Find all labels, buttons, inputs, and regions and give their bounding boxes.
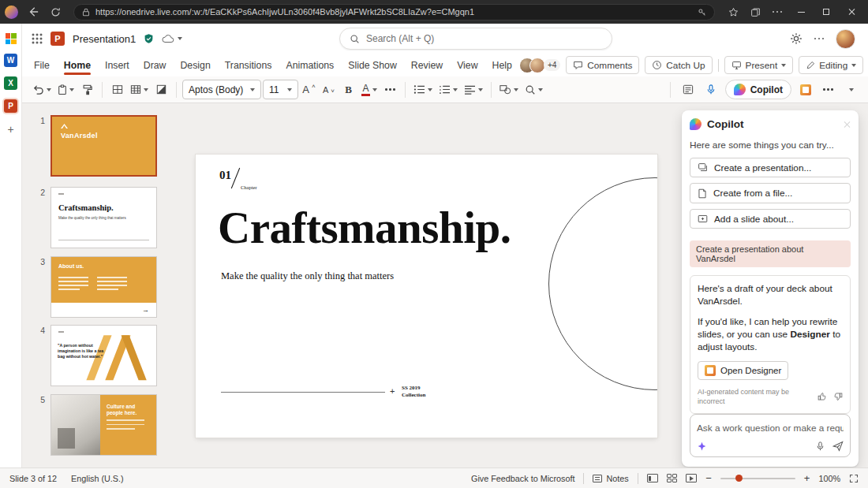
bold-button[interactable]: B bbox=[339, 80, 357, 99]
refresh-icon[interactable] bbox=[45, 2, 65, 21]
shapes-button[interactable] bbox=[497, 80, 521, 99]
minimize-icon[interactable] bbox=[789, 0, 813, 24]
numbering-button[interactable] bbox=[436, 80, 460, 99]
grow-font-button[interactable]: A˄ bbox=[300, 80, 318, 99]
align-button[interactable] bbox=[462, 80, 485, 99]
powerpoint-icon[interactable]: P bbox=[4, 99, 17, 113]
favorites-icon[interactable] bbox=[723, 2, 743, 21]
designer-button[interactable] bbox=[796, 80, 814, 99]
slide-sorter-view-icon[interactable] bbox=[667, 474, 678, 482]
slide-thumbnail-3[interactable]: About us. → bbox=[51, 256, 157, 318]
search-bar[interactable] bbox=[339, 28, 612, 50]
find-button[interactable] bbox=[522, 80, 545, 99]
bullets-button[interactable] bbox=[411, 80, 435, 99]
add-slide-button[interactable]: Add a slide about... bbox=[690, 209, 851, 229]
waffle-icon[interactable] bbox=[32, 33, 43, 44]
word-icon[interactable]: W bbox=[4, 54, 17, 67]
send-icon[interactable] bbox=[832, 441, 844, 452]
menu-animations[interactable]: Animations bbox=[279, 54, 341, 76]
slide-thumbnail-4[interactable]: "A person without imagination is like a … bbox=[51, 325, 157, 386]
menu-insert[interactable]: Insert bbox=[98, 54, 137, 76]
copilot-button[interactable]: Copilot bbox=[725, 80, 791, 99]
sensitivity-shield-icon[interactable] bbox=[144, 33, 154, 44]
sparkle-icon[interactable] bbox=[697, 441, 707, 452]
zoom-slider-knob[interactable] bbox=[735, 475, 743, 482]
menu-review[interactable]: Review bbox=[404, 54, 450, 76]
zoom-out-button[interactable]: − bbox=[705, 472, 712, 484]
mic-icon[interactable] bbox=[816, 441, 825, 452]
slide-subtitle[interactable]: Make the quality the only thing that mat… bbox=[221, 270, 394, 282]
url-bar[interactable]: https://onedrive.live.com/:w:/t/EaCKkPs6… bbox=[73, 4, 715, 20]
notes-button[interactable]: Notes bbox=[593, 474, 628, 483]
present-button[interactable]: Present bbox=[724, 56, 794, 74]
zoom-level[interactable]: 100% bbox=[818, 474, 840, 483]
font-more-button[interactable] bbox=[381, 80, 399, 99]
table-button[interactable] bbox=[128, 80, 151, 99]
footer-text-line1[interactable]: SS 2019 bbox=[402, 385, 421, 391]
slide-title[interactable]: Craftsmanship. bbox=[218, 202, 511, 253]
editing-mode-button[interactable]: Editing bbox=[799, 56, 863, 74]
close-pane-icon[interactable] bbox=[843, 121, 851, 129]
dictate-button[interactable] bbox=[702, 80, 720, 99]
fit-to-window-icon[interactable] bbox=[849, 474, 859, 483]
footer-text-line2[interactable]: Collection bbox=[402, 392, 425, 398]
header-more-icon[interactable] bbox=[814, 38, 825, 40]
presence-avatars[interactable]: +4 bbox=[519, 58, 560, 73]
slide-thumbnail-5[interactable]: Culture and people here. bbox=[51, 394, 157, 456]
menu-home[interactable]: Home bbox=[57, 54, 98, 76]
browser-profile-avatar[interactable] bbox=[5, 6, 18, 19]
menu-design[interactable]: Design bbox=[173, 54, 217, 76]
close-icon[interactable] bbox=[840, 0, 863, 24]
user-avatar[interactable] bbox=[836, 29, 855, 49]
thumbs-down-icon[interactable] bbox=[833, 392, 843, 401]
catch-up-button[interactable]: Catch Up bbox=[645, 56, 712, 74]
autosave-status[interactable] bbox=[162, 35, 182, 43]
normal-view-icon[interactable] bbox=[647, 474, 658, 482]
browser-settings-icon[interactable] bbox=[767, 2, 788, 21]
open-designer-button[interactable]: Open Designer bbox=[698, 361, 788, 380]
back-icon[interactable] bbox=[23, 2, 43, 21]
collapse-ribbon-button[interactable] bbox=[842, 80, 860, 99]
language-indicator[interactable]: English (U.S.) bbox=[71, 474, 124, 483]
menu-view[interactable]: View bbox=[450, 54, 485, 76]
feedback-link[interactable]: Give Feedback to Microsoft bbox=[471, 474, 574, 483]
microsoft-365-icon[interactable] bbox=[6, 33, 17, 44]
font-size-select[interactable]: 11 bbox=[263, 80, 298, 99]
menu-transitions[interactable]: Transitions bbox=[218, 54, 279, 76]
powerpoint-logo[interactable]: P bbox=[51, 32, 65, 46]
document-title[interactable]: Presentation1 bbox=[73, 33, 136, 45]
paste-button[interactable] bbox=[55, 80, 77, 99]
zoom-slider[interactable] bbox=[720, 478, 795, 479]
create-presentation-button[interactable]: Create a presentation... bbox=[690, 158, 851, 177]
gear-icon[interactable] bbox=[790, 32, 803, 45]
maximize-icon[interactable] bbox=[814, 0, 838, 24]
chapter-number[interactable]: 01 bbox=[219, 169, 231, 182]
excel-icon[interactable]: X bbox=[4, 76, 17, 90]
copilot-input[interactable] bbox=[697, 423, 844, 434]
draw-table-button[interactable] bbox=[108, 80, 126, 99]
menu-slideshow[interactable]: Slide Show bbox=[341, 54, 404, 76]
editor-button[interactable] bbox=[679, 80, 698, 99]
font-name-select[interactable]: Aptos (Body) bbox=[182, 80, 261, 99]
slide-indicator[interactable]: Slide 3 of 12 bbox=[9, 474, 57, 483]
collections-icon[interactable] bbox=[745, 2, 765, 21]
shrink-font-button[interactable]: A˅ bbox=[320, 80, 338, 99]
thumbs-up-icon[interactable] bbox=[817, 392, 827, 401]
menu-help[interactable]: Help bbox=[485, 54, 519, 76]
menu-draw[interactable]: Draw bbox=[137, 54, 174, 76]
format-painter-button[interactable] bbox=[78, 80, 96, 99]
slideshow-view-icon[interactable] bbox=[686, 474, 697, 482]
slide-thumbnail-1[interactable]: VanArsdel bbox=[51, 115, 157, 177]
url-text[interactable]: https://onedrive.live.com/:w:/t/EaCKkPs6… bbox=[95, 7, 692, 17]
collaborator-count[interactable]: +4 bbox=[544, 59, 560, 71]
copilot-input-box[interactable] bbox=[690, 414, 851, 457]
shading-button[interactable] bbox=[152, 80, 170, 99]
create-from-file-button[interactable]: Create from a file... bbox=[690, 183, 851, 203]
undo-button[interactable] bbox=[30, 80, 54, 99]
slide-thumbnail-2[interactable]: Craftsmanship. Make the quality the only… bbox=[51, 187, 157, 248]
zoom-in-button[interactable]: + bbox=[804, 472, 810, 484]
ribbon-more-button[interactable] bbox=[819, 80, 837, 99]
slide-canvas[interactable]: 01 Chapter Craftsmanship. Make the quali… bbox=[196, 155, 657, 438]
comments-button[interactable]: Comments bbox=[566, 56, 639, 74]
menu-file[interactable]: File bbox=[27, 54, 57, 76]
